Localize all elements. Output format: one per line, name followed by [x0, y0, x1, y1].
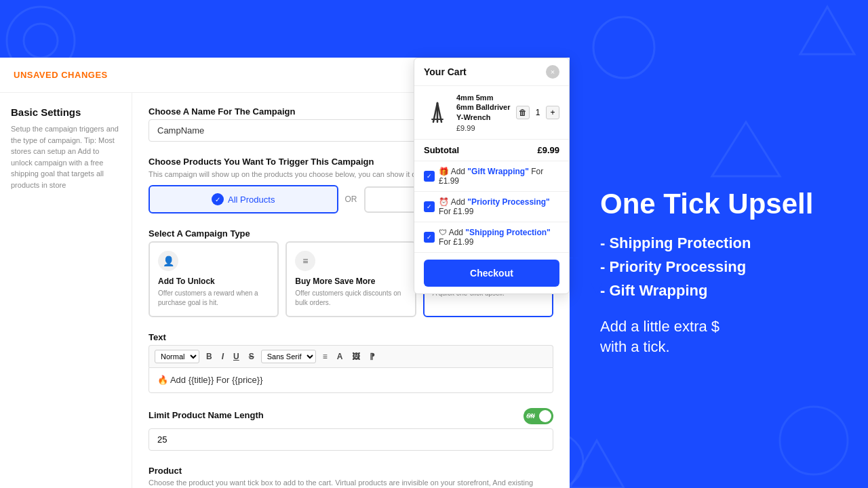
- all-products-button[interactable]: ✓ All Products: [149, 185, 338, 214]
- subtotal-value: £9.99: [537, 145, 559, 155]
- svg-marker-2: [800, 7, 854, 54]
- text-label: Text: [149, 332, 553, 342]
- unsaved-changes-label: UNSAVED CHANGES: [14, 70, 108, 80]
- upsell-item-gift-wrapping[interactable]: ✓ 🎁 Add "Gift Wrapping" For £1.99: [414, 161, 569, 192]
- product-section: Product Choose the product you want tick…: [149, 466, 553, 488]
- cart-product-name: 4mm 5mm 6mm Balldriver Y-Wrench: [456, 93, 511, 122]
- font-select[interactable]: Sans Serif: [261, 350, 316, 363]
- subtotal-label: Subtotal: [424, 145, 459, 155]
- upsell-checkbox-priority: ✓: [424, 201, 435, 212]
- campaign-card-buy-more[interactable]: ≡ Buy More Save More Offer customers qui…: [285, 241, 416, 317]
- add-to-unlock-title: Add To Unlock: [158, 277, 269, 286]
- promo-sub: Add a little extra $with a tick.: [600, 317, 841, 359]
- bold-button[interactable]: B: [203, 350, 215, 363]
- strikethrough-button[interactable]: S: [246, 350, 257, 363]
- checkout-button[interactable]: Checkout: [424, 260, 559, 287]
- promo-panel: One Tick Upsell - Shipping Protection - …: [573, 58, 868, 488]
- upsell-item-shipping[interactable]: ✓ 🛡 Add "Shipping Protection" For £1.99: [414, 222, 569, 253]
- upsell-checkbox-gift: ✓: [424, 171, 435, 182]
- editor-text: Add {{title}} For {{price}}: [170, 375, 263, 385]
- toggle-slider: ON: [524, 408, 553, 424]
- cart-title: Your Cart: [424, 66, 467, 77]
- limit-section: Limit Product Name Length ON: [149, 408, 553, 451]
- sidebar-title: Basic Settings: [11, 106, 121, 118]
- limit-label: Limit Product Name Length: [149, 410, 264, 420]
- add-to-unlock-icon: 👤: [158, 251, 178, 271]
- underline-button[interactable]: U: [231, 350, 242, 363]
- sidebar: Basic Settings Setup the campaign trigge…: [0, 93, 132, 488]
- cart-product: 4mm 5mm 6mm Balldriver Y-Wrench £9.99 🗑 …: [414, 86, 569, 140]
- cart-subtotal: Subtotal £9.99: [414, 140, 569, 161]
- cart-qty-decrease[interactable]: 🗑: [516, 106, 530, 119]
- cart-product-image: [424, 99, 451, 126]
- fire-emoji: 🔥: [157, 375, 168, 385]
- text-editor-content[interactable]: 🔥 Add {{title}} For {{price}}: [149, 367, 553, 393]
- cart-qty-number: 1: [532, 108, 543, 117]
- svg-point-1: [24, 24, 58, 58]
- svg-marker-15: [591, 283, 602, 295]
- arrow-annotation: [570, 258, 610, 301]
- upsell-text-priority: ⏰ Add "Priority Processing" For £1.99: [439, 197, 559, 216]
- cart-overlay: Your Cart × 4mm 5mm 6mm Balldriver Y-Wre…: [414, 58, 570, 294]
- buy-more-icon: ≡: [295, 251, 315, 271]
- or-label: OR: [345, 195, 357, 204]
- limit-row: Limit Product Name Length ON: [149, 408, 553, 424]
- more-button[interactable]: ⁋: [367, 350, 378, 363]
- align-button[interactable]: ≡: [320, 350, 330, 363]
- all-products-check-icon: ✓: [212, 193, 224, 205]
- product-section-label: Product: [149, 466, 553, 476]
- text-editor-section: Text Normal B I U S Sans Serif ≡ A 🖼 ⁋: [149, 332, 553, 393]
- promo-features: - Shipping Protection - Priority Process…: [600, 231, 841, 303]
- buy-more-title: Buy More Save More: [295, 277, 406, 286]
- cart-qty-increase[interactable]: +: [546, 106, 559, 119]
- cart-header: Your Cart ×: [414, 58, 569, 86]
- cart-product-price: £9.99: [456, 124, 511, 132]
- editor-toolbar: Normal B I U S Sans Serif ≡ A 🖼 ⁋: [149, 345, 553, 367]
- cart-product-info: 4mm 5mm 6mm Balldriver Y-Wrench £9.99: [456, 93, 511, 132]
- color-button[interactable]: A: [334, 350, 346, 363]
- limit-toggle[interactable]: ON: [524, 408, 553, 424]
- limit-input[interactable]: [149, 428, 553, 451]
- promo-headline: One Tick Upsell: [600, 188, 841, 220]
- text-style-select[interactable]: Normal: [155, 350, 199, 363]
- upsell-text-gift: 🎁 Add "Gift Wrapping" For £1.99: [439, 167, 559, 186]
- campaign-card-add-to-unlock[interactable]: 👤 Add To Unlock Offer customers a reward…: [149, 241, 279, 317]
- toggle-knob: [539, 410, 551, 422]
- toggle-on-text: ON: [527, 412, 535, 418]
- italic-button[interactable]: I: [219, 350, 226, 363]
- product-section-sub: Choose the product you want tick box to …: [149, 478, 553, 488]
- image-button[interactable]: 🖼: [349, 350, 363, 363]
- upsell-item-priority[interactable]: ✓ ⏰ Add "Priority Processing" For £1.99: [414, 192, 569, 222]
- all-products-label: All Products: [228, 195, 275, 205]
- cart-quantity: 🗑 1 +: [516, 106, 559, 119]
- sidebar-description: Setup the campaign triggers and the type…: [11, 123, 121, 190]
- upsell-text-shipping: 🛡 Add "Shipping Protection" For £1.99: [439, 228, 559, 247]
- upsell-checkbox-shipping: ✓: [424, 232, 435, 243]
- cart-close-button[interactable]: ×: [546, 65, 559, 79]
- buy-more-desc: Offer customers quick discounts on bulk …: [295, 289, 406, 308]
- add-to-unlock-desc: Offer customers a reward when a purchase…: [158, 289, 269, 308]
